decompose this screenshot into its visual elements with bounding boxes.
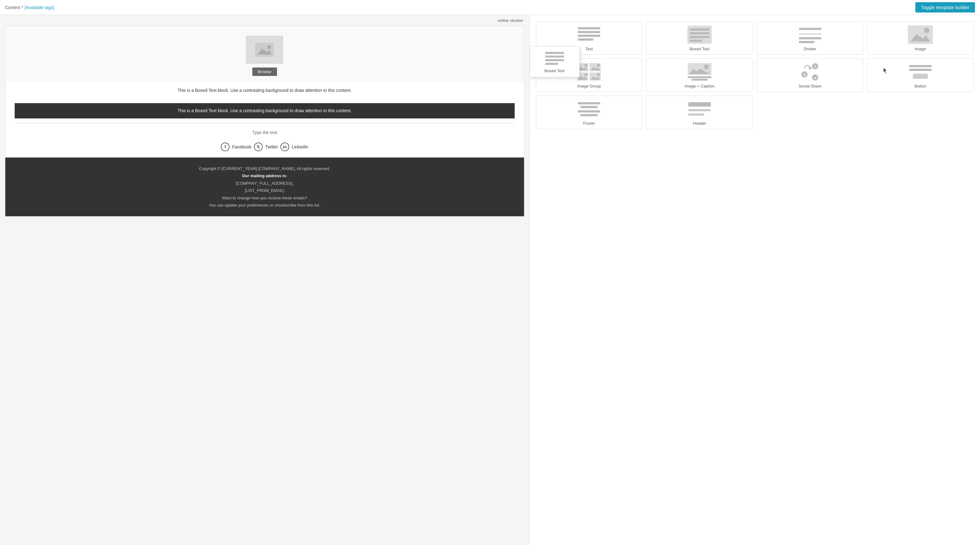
svg-point-30 bbox=[597, 64, 600, 67]
divider-element bbox=[15, 123, 515, 123]
footer-block-label: Footer bbox=[583, 121, 595, 126]
social-share-block: f Facebook 𝕏 Twitter in LinkedIn bbox=[5, 140, 524, 158]
divider-icon-svg bbox=[798, 25, 822, 44]
svg-rect-5 bbox=[545, 59, 564, 61]
svg-rect-48 bbox=[913, 74, 928, 79]
svg-rect-18 bbox=[799, 37, 821, 39]
svg-point-32 bbox=[584, 73, 587, 76]
svg-text:in: in bbox=[813, 76, 816, 80]
svg-rect-4 bbox=[545, 56, 564, 58]
template-block-image[interactable]: Image bbox=[867, 21, 974, 55]
header-block-icon bbox=[687, 100, 712, 118]
template-block-divider[interactable]: Divider bbox=[757, 21, 864, 55]
template-block-footer[interactable]: Footer bbox=[536, 96, 643, 129]
social-share-block-label: Social Share bbox=[799, 84, 822, 88]
linkedin-label: LinkedIn bbox=[292, 144, 308, 149]
svg-rect-17 bbox=[799, 33, 821, 34]
footer-block-icon bbox=[576, 100, 601, 118]
template-blocks-grid: Text Boxed Text bbox=[536, 21, 974, 129]
svg-rect-55 bbox=[688, 109, 711, 111]
svg-rect-6 bbox=[545, 63, 558, 65]
text-block-icon bbox=[576, 25, 601, 44]
boxed-text-block-icon bbox=[687, 25, 712, 44]
toggle-template-builder-button[interactable]: Toggle template builder bbox=[915, 2, 975, 13]
svg-rect-19 bbox=[799, 41, 815, 43]
content-label: Content * bbox=[5, 5, 23, 10]
cursor-icon bbox=[883, 67, 888, 74]
svg-rect-52 bbox=[578, 110, 600, 113]
online-version-text: online version bbox=[498, 18, 523, 23]
template-block-image-caption[interactable]: Image + Caption bbox=[646, 59, 753, 92]
boxed-text-popup: Boxed Text bbox=[530, 46, 580, 77]
svg-rect-10 bbox=[578, 38, 593, 41]
svg-rect-0 bbox=[255, 43, 274, 57]
top-bar: Content * [Available tags] Toggle templa… bbox=[0, 0, 980, 15]
button-block-icon bbox=[908, 62, 933, 81]
image-block: Browse bbox=[5, 26, 524, 82]
image-block-label: Image bbox=[915, 46, 926, 51]
boxed-text-block: This is a Boxed Text block. Use a contra… bbox=[5, 82, 524, 103]
header-block-label: Header bbox=[693, 121, 706, 126]
popup-icon-svg bbox=[544, 50, 566, 66]
builder-panel: Boxed Text Text bbox=[529, 15, 980, 545]
twitter-icon[interactable]: 𝕏 bbox=[254, 142, 262, 151]
header-icon-svg bbox=[687, 100, 712, 118]
image-caption-icon-svg bbox=[687, 62, 712, 81]
svg-rect-38 bbox=[688, 76, 711, 78]
button-block-label: Button bbox=[915, 84, 926, 88]
popup-label: Boxed Text bbox=[544, 69, 564, 73]
browse-button[interactable]: Browse bbox=[252, 67, 277, 76]
svg-rect-7 bbox=[578, 27, 600, 29]
svg-rect-14 bbox=[690, 36, 710, 38]
image-group-block-icon bbox=[576, 62, 601, 81]
image-placeholder-icon bbox=[255, 43, 274, 57]
footer-copyright: Copyright © [CURRENT_YEAR] [COMPANY_NAME… bbox=[15, 165, 515, 172]
svg-point-22 bbox=[924, 27, 929, 33]
social-share-icon-svg: f 𝕏 in bbox=[798, 62, 822, 81]
template-block-button[interactable]: Button bbox=[867, 59, 974, 92]
linkedin-icon[interactable]: in bbox=[280, 142, 289, 151]
image-group-icon-svg bbox=[576, 62, 601, 81]
template-block-header[interactable]: Header bbox=[646, 96, 753, 129]
facebook-label: Facebook bbox=[232, 144, 251, 149]
breadcrumb: Content * [Available tags] bbox=[5, 5, 54, 10]
svg-rect-3 bbox=[545, 52, 564, 54]
boxed-text-icon-svg bbox=[687, 25, 712, 44]
email-footer-block: Copyright © [CURRENT_YEAR] [COMPANY_NAME… bbox=[5, 158, 524, 216]
footer-email: [LIST_FROM_EMAIL] bbox=[15, 187, 515, 194]
svg-point-2 bbox=[267, 45, 271, 49]
svg-rect-51 bbox=[580, 106, 598, 108]
svg-rect-53 bbox=[580, 114, 598, 116]
facebook-icon[interactable]: f bbox=[221, 142, 229, 151]
svg-rect-8 bbox=[578, 31, 600, 33]
image-group-block-label: Image Group bbox=[577, 84, 601, 88]
divider-block-label: Divider bbox=[803, 46, 816, 51]
svg-point-28 bbox=[584, 64, 587, 67]
svg-rect-56 bbox=[688, 113, 704, 116]
button-icon-svg bbox=[908, 62, 933, 81]
template-block-social-share[interactable]: f 𝕏 in Social Share bbox=[757, 59, 864, 92]
image-caption-block-label: Image + Caption bbox=[684, 84, 714, 88]
email-preview: Browse This is a Boxed Text block. Use a… bbox=[5, 26, 524, 217]
text-block-label: Text bbox=[585, 46, 593, 51]
preview-panel: online version Browse This is a Boxed Te… bbox=[0, 15, 529, 545]
type-text-placeholder[interactable]: Type the text bbox=[5, 127, 524, 140]
twitter-label: Twitter bbox=[265, 144, 278, 149]
text-icon-svg bbox=[576, 25, 601, 44]
available-tags-link[interactable]: [Available tags] bbox=[24, 5, 54, 10]
social-share-block-icon: f 𝕏 in bbox=[798, 62, 822, 81]
svg-rect-15 bbox=[690, 40, 702, 42]
svg-text:𝕏: 𝕏 bbox=[803, 73, 806, 76]
dark-boxed-text: This is a Boxed Text block. Use a contra… bbox=[15, 103, 515, 118]
footer-unsubscribe-text: You can update your preferences or unsub… bbox=[15, 202, 515, 209]
svg-point-37 bbox=[704, 64, 709, 69]
svg-point-34 bbox=[597, 73, 600, 76]
template-block-boxed-text[interactable]: Boxed Text bbox=[646, 21, 753, 55]
footer-icon-svg bbox=[576, 100, 601, 118]
svg-rect-46 bbox=[909, 65, 932, 67]
svg-marker-49 bbox=[883, 67, 887, 74]
divider-block-icon bbox=[798, 25, 822, 44]
svg-rect-47 bbox=[909, 69, 932, 71]
svg-rect-13 bbox=[690, 32, 710, 34]
image-placeholder bbox=[246, 36, 283, 64]
